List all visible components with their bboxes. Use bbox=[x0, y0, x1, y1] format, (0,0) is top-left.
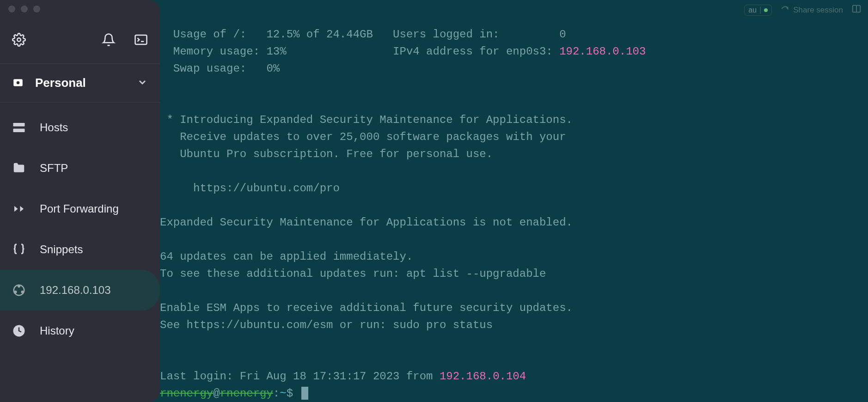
hosts-icon bbox=[12, 121, 26, 134]
svg-point-0 bbox=[17, 38, 21, 42]
nav-label: Hosts bbox=[40, 121, 68, 134]
nav-label: 192.168.0.103 bbox=[40, 284, 110, 297]
svg-point-8 bbox=[22, 291, 24, 293]
nav-label: History bbox=[40, 324, 74, 337]
braces-icon bbox=[12, 243, 26, 256]
clock-icon bbox=[12, 324, 26, 338]
nav-hosts[interactable]: Hosts bbox=[0, 107, 160, 148]
nav-label: Port Forwarding bbox=[40, 202, 119, 215]
nav-label: SFTP bbox=[40, 162, 68, 175]
minimize-window-dot[interactable] bbox=[21, 6, 28, 12]
autocomplete-field[interactable]: au | bbox=[744, 5, 772, 16]
sidebar-nav: Hosts SFTP Port Forwarding Snippets 192.… bbox=[0, 103, 160, 351]
nav-sftp[interactable]: SFTP bbox=[0, 148, 160, 189]
prompt-host: rnenergy bbox=[220, 387, 273, 400]
sidebar: Personal Hosts SFTP Port Forwarding bbox=[0, 0, 160, 402]
port-forwarding-icon bbox=[12, 202, 26, 216]
nav-snippets[interactable]: Snippets bbox=[0, 229, 160, 270]
vault-label: Personal bbox=[35, 76, 126, 90]
svg-rect-5 bbox=[13, 129, 25, 133]
terminal-output: Usage of /: 12.5% of 24.44GB Users logge… bbox=[160, 0, 868, 402]
cursor bbox=[301, 387, 308, 400]
settings-button[interactable] bbox=[12, 33, 26, 49]
split-pane-button[interactable] bbox=[851, 4, 862, 16]
close-window-dot[interactable] bbox=[8, 6, 15, 12]
svg-point-9 bbox=[15, 291, 17, 293]
bell-icon bbox=[102, 33, 116, 49]
ip-address: 192.168.0.103 bbox=[559, 45, 646, 58]
autocomplete-text: au bbox=[748, 6, 757, 14]
last-login-ip: 192.168.0.104 bbox=[440, 370, 526, 383]
notifications-button[interactable] bbox=[102, 33, 116, 49]
ubuntu-icon bbox=[12, 283, 26, 297]
window-titlebar bbox=[0, 0, 160, 18]
svg-point-3 bbox=[17, 81, 20, 84]
folder-icon bbox=[12, 161, 26, 175]
terminal-pane[interactable]: au | Share session Usage of /: 12.5% of … bbox=[160, 0, 868, 402]
svg-rect-1 bbox=[135, 35, 147, 44]
chevron-down-icon bbox=[137, 77, 148, 90]
share-icon bbox=[780, 4, 789, 16]
prompt-user: rnenergy bbox=[160, 387, 213, 400]
nav-active-host[interactable]: 192.168.0.103 bbox=[0, 270, 160, 311]
share-session-button[interactable]: Share session bbox=[780, 4, 843, 16]
vault-icon bbox=[12, 77, 24, 89]
nav-label: Snippets bbox=[40, 243, 83, 256]
terminal-top-toolbar: au | Share session bbox=[744, 4, 862, 16]
nav-history[interactable]: History bbox=[0, 311, 160, 351]
gear-icon bbox=[12, 33, 26, 49]
status-dot-icon bbox=[764, 8, 768, 12]
split-icon bbox=[851, 4, 862, 16]
nav-port-forwarding[interactable]: Port Forwarding bbox=[0, 189, 160, 229]
svg-point-7 bbox=[18, 285, 20, 287]
sidebar-top-toolbar bbox=[0, 18, 160, 64]
svg-rect-4 bbox=[13, 123, 25, 127]
new-terminal-button[interactable] bbox=[134, 33, 148, 49]
terminal-icon bbox=[134, 33, 148, 49]
share-label: Share session bbox=[793, 6, 843, 15]
vault-selector[interactable]: Personal bbox=[0, 64, 160, 103]
zoom-window-dot[interactable] bbox=[33, 6, 40, 12]
